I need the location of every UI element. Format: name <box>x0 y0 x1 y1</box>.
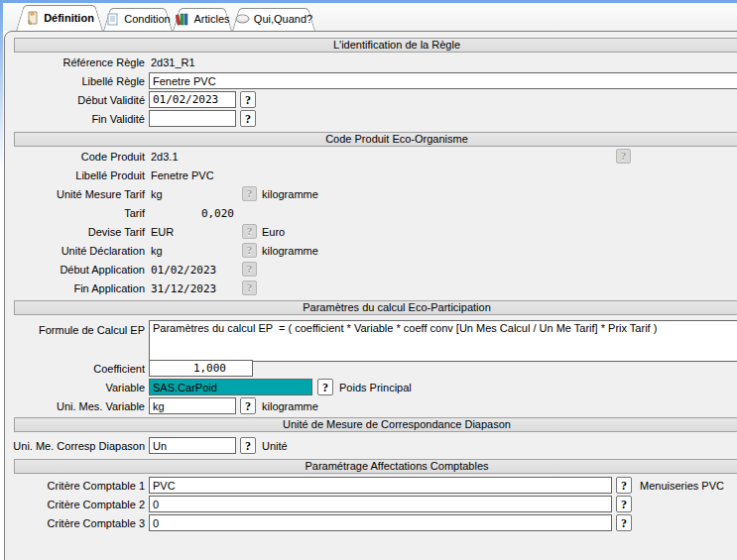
uni-me-corresp-help-button[interactable]: ? <box>240 437 256 454</box>
tab-definition-label: Définition <box>44 12 94 24</box>
formule-calcul-label: Formule de Calcul EP <box>4 324 145 337</box>
libelle-produit-label: Libellé Produit <box>4 169 145 182</box>
uni-me-corresp-label: Uni. Me. Corresp Diapason <box>4 440 145 453</box>
critere-comptable-3-input[interactable] <box>149 514 612 531</box>
tab-qui-quand[interactable]: Qui,Quand? <box>232 8 315 31</box>
devise-tarif-help-button: ? <box>242 224 257 239</box>
critere-comptable-2-help-button[interactable]: ? <box>616 496 632 512</box>
parametres-section-header: Paramètres du calcul Eco-Participation <box>14 300 737 315</box>
tab-condition-label: Condition <box>124 13 170 25</box>
devise-tarif-label: Devise Tarif <box>4 226 145 239</box>
affectations-section-header: Paramétrage Affectations Comptables <box>14 459 737 474</box>
devise-tarif-value: EUR <box>151 226 174 239</box>
code-produit-section-header: Code Produit Eco-Organisme <box>14 132 737 147</box>
variable-label: Variable <box>4 382 145 394</box>
critere-comptable-2-label: Critère Comptable 2 <box>4 499 145 511</box>
variable-input[interactable] <box>149 379 312 395</box>
unite-declaration-value: kg <box>151 245 163 258</box>
unite-declaration-help-button: ? <box>242 243 257 258</box>
reference-regle-value: 2d31_R1 <box>151 56 195 69</box>
window-left-accent <box>0 3 3 201</box>
debut-application-value: 01/02/2023 <box>151 264 216 277</box>
critere-comptable-1-help-button[interactable]: ? <box>616 477 632 494</box>
uni-mes-variable-help-button[interactable]: ? <box>240 397 256 414</box>
variable-help-button[interactable]: ? <box>317 379 333 395</box>
uni-me-corresp-input[interactable] <box>149 437 236 454</box>
tab-definition[interactable]: Définition <box>16 5 103 31</box>
fin-validite-help-button[interactable]: ? <box>240 110 256 127</box>
document-icon <box>105 12 120 27</box>
tarif-label: Tarif <box>4 207 145 220</box>
unite-mesure-tarif-label: Unité Mesure Tarif <box>4 188 145 201</box>
tab-articles-label: Articles <box>193 13 229 25</box>
critere-comptable-3-help-button[interactable]: ? <box>616 514 632 531</box>
clock-icon <box>235 12 250 27</box>
critere-comptable-1-input[interactable] <box>149 477 612 494</box>
code-produit-label: Code Produit <box>4 151 145 164</box>
libelle-produit-value: Fenetre PVC <box>151 169 214 182</box>
correspondance-section-header: Unité de Mesure de Correspondance Diapas… <box>14 417 737 432</box>
rule-definition-window: Définition Condition Articles Qui,Q <box>0 0 737 560</box>
libelle-regle-input[interactable] <box>149 72 737 89</box>
tab-condition[interactable]: Condition <box>103 8 173 31</box>
coefficient-label: Coefficient <box>4 363 145 376</box>
coefficient-input[interactable] <box>149 360 253 377</box>
libelle-regle-label: Libellé Règle <box>4 75 145 88</box>
debut-validite-label: Début Validité <box>4 94 145 107</box>
fin-application-value: 31/12/2023 <box>151 282 216 295</box>
uni-me-corresp-desc: Unité <box>262 440 288 453</box>
fin-validite-label: Fin Validité <box>4 113 145 126</box>
identification-section-header: L'identification de la Règle <box>14 38 737 53</box>
debut-validite-input[interactable] <box>149 91 236 108</box>
tarif-value: 0,020 <box>149 207 234 220</box>
debut-application-help-button: ? <box>242 262 257 277</box>
fin-application-label: Fin Application <box>4 282 145 295</box>
code-produit-value: 2d3.1 <box>151 151 179 164</box>
code-produit-help-button: ? <box>616 149 631 164</box>
formule-calcul-textarea[interactable]: Paramètres du calcul EP = ( coefficient … <box>149 320 737 362</box>
unite-mesure-tarif-help-button: ? <box>242 186 257 201</box>
critere-comptable-1-desc: Menuiseries PVC <box>640 480 724 493</box>
unite-declaration-desc: kilogramme <box>262 245 318 258</box>
variable-desc: Poids Principal <box>339 382 412 394</box>
uni-mes-variable-desc: kilogramme <box>262 400 318 413</box>
uni-mes-variable-label: Uni. Mes. Variable <box>4 400 145 413</box>
note-icon <box>25 10 40 25</box>
books-icon <box>175 12 189 27</box>
unite-mesure-tarif-desc: kilogramme <box>262 188 318 201</box>
critere-comptable-3-label: Critère Comptable 3 <box>4 517 145 530</box>
tab-articles[interactable]: Articles <box>173 8 232 31</box>
unite-declaration-label: Unité Déclaration <box>4 245 145 258</box>
fin-validite-input[interactable] <box>149 110 236 127</box>
debut-application-label: Début Application <box>4 264 145 277</box>
devise-tarif-desc: Euro <box>262 226 285 239</box>
unite-mesure-tarif-value: kg <box>151 188 163 201</box>
uni-mes-variable-input[interactable] <box>149 397 236 414</box>
debut-validite-help-button[interactable]: ? <box>240 91 256 108</box>
critere-comptable-1-label: Critère Comptable 1 <box>4 480 145 493</box>
critere-comptable-2-input[interactable] <box>149 496 612 512</box>
fin-application-help-button: ? <box>242 280 257 295</box>
reference-regle-label: Référence Règle <box>4 56 145 69</box>
tab-qui-quand-label: Qui,Quand? <box>254 13 312 25</box>
